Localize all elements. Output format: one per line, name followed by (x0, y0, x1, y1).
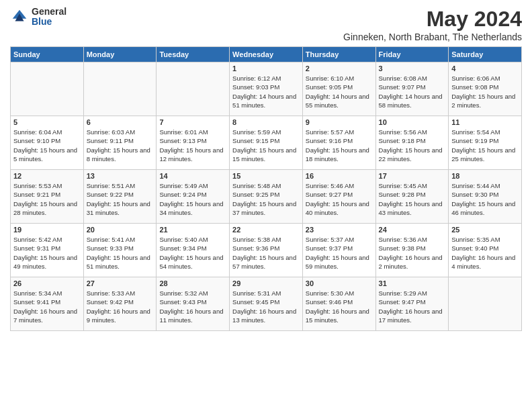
day-info-line: Sunrise: 5:56 AM (379, 128, 427, 136)
week-row-4: 19Sunrise: 5:42 AMSunset: 9:31 PMDayligh… (11, 224, 522, 277)
day-info: Sunrise: 6:04 AMSunset: 9:10 PMDaylight:… (13, 128, 81, 163)
day-info-line: Daylight: 16 hours and 13 minutes. (232, 308, 296, 324)
day-info: Sunrise: 5:29 AMSunset: 9:47 PMDaylight:… (379, 289, 446, 324)
day-info: Sunrise: 5:53 AMSunset: 9:21 PMDaylight:… (13, 181, 81, 217)
day-info-line: Sunrise: 5:37 AM (306, 236, 354, 243)
week-row-5: 26Sunrise: 5:34 AMSunset: 9:41 PMDayligh… (11, 277, 522, 331)
col-thursday: Thursday (302, 47, 375, 62)
calendar-cell: 18Sunrise: 5:44 AMSunset: 9:30 PMDayligh… (449, 170, 522, 224)
day-info: Sunrise: 5:34 AMSunset: 9:41 PMDaylight:… (13, 289, 81, 324)
location: Ginneken, North Brabant, The Netherlands (343, 32, 522, 42)
calendar-cell: 15Sunrise: 5:48 AMSunset: 9:25 PMDayligh… (230, 170, 303, 224)
calendar-cell: 28Sunrise: 5:32 AMSunset: 9:43 PMDayligh… (157, 277, 230, 331)
day-info-line: Sunset: 9:42 PM (87, 298, 134, 306)
day-info-line: Sunrise: 6:01 AM (159, 128, 208, 136)
calendar-cell: 23Sunrise: 5:37 AMSunset: 9:37 PMDayligh… (302, 224, 375, 277)
day-info-line: Sunset: 9:45 PM (232, 298, 279, 306)
day-number: 14 (159, 172, 226, 180)
day-number: 21 (159, 226, 226, 234)
day-number: 31 (379, 279, 446, 287)
day-info-line: Daylight: 15 hours and 2 minutes. (451, 93, 515, 109)
day-info-line: Daylight: 15 hours and 22 minutes. (379, 146, 443, 163)
day-info-line: Sunset: 9:07 PM (379, 83, 426, 91)
day-info-line: Sunset: 9:36 PM (232, 244, 279, 252)
calendar-cell: 19Sunrise: 5:42 AMSunset: 9:31 PMDayligh… (11, 224, 84, 277)
day-info-line: Daylight: 14 hours and 58 minutes. (379, 93, 443, 109)
calendar-cell: 29Sunrise: 5:31 AMSunset: 9:45 PMDayligh… (230, 277, 303, 331)
calendar-cell: 4Sunrise: 6:06 AMSunset: 9:08 PMDaylight… (449, 62, 522, 116)
logo-blue: Blue (32, 17, 66, 27)
day-number: 11 (451, 118, 519, 126)
day-info-line: Sunset: 9:24 PM (159, 191, 206, 198)
month-title: May 2024 (343, 7, 522, 32)
day-number: 15 (232, 172, 300, 180)
day-number: 30 (306, 279, 373, 287)
calendar-cell: 16Sunrise: 5:46 AMSunset: 9:27 PMDayligh… (302, 170, 375, 224)
calendar-cell: 5Sunrise: 6:04 AMSunset: 9:10 PMDaylight… (11, 116, 84, 170)
day-number: 18 (451, 172, 519, 180)
day-info: Sunrise: 5:49 AMSunset: 9:24 PMDaylight:… (159, 181, 226, 217)
day-info: Sunrise: 5:33 AMSunset: 9:42 PMDaylight:… (87, 289, 154, 324)
logo-icon (10, 7, 29, 26)
calendar-cell: 8Sunrise: 5:59 AMSunset: 9:15 PMDaylight… (230, 116, 303, 170)
day-info-line: Daylight: 15 hours and 25 minutes. (451, 146, 515, 163)
day-info: Sunrise: 5:59 AMSunset: 9:15 PMDaylight:… (232, 128, 300, 163)
day-info-line: Sunrise: 5:57 AM (306, 128, 354, 136)
day-info-line: Sunrise: 5:41 AM (87, 236, 135, 243)
day-info: Sunrise: 6:08 AMSunset: 9:07 PMDaylight:… (379, 74, 446, 109)
day-info: Sunrise: 5:35 AMSunset: 9:40 PMDaylight:… (451, 235, 519, 271)
day-info-line: Sunrise: 6:12 AM (232, 75, 281, 82)
col-saturday: Saturday (449, 47, 522, 62)
day-info-line: Sunrise: 5:51 AM (87, 182, 135, 189)
day-info-line: Daylight: 15 hours and 34 minutes. (159, 200, 223, 216)
logo: General Blue (10, 7, 66, 28)
day-info-line: Sunrise: 6:10 AM (306, 75, 354, 82)
day-info-line: Sunset: 9:33 PM (87, 244, 134, 252)
calendar-cell: 7Sunrise: 6:01 AMSunset: 9:13 PMDaylight… (157, 116, 230, 170)
day-info-line: Sunset: 9:30 PM (451, 191, 498, 198)
day-info: Sunrise: 5:40 AMSunset: 9:34 PMDaylight:… (159, 235, 226, 271)
day-info-line: Sunset: 9:41 PM (13, 298, 60, 306)
calendar-cell: 26Sunrise: 5:34 AMSunset: 9:41 PMDayligh… (11, 277, 84, 331)
day-info-line: Daylight: 15 hours and 15 minutes. (232, 146, 296, 163)
day-info-line: Sunset: 9:21 PM (13, 191, 60, 198)
day-info-line: Sunrise: 5:45 AM (379, 182, 427, 189)
day-number: 27 (87, 279, 154, 287)
day-info-line: Daylight: 15 hours and 18 minutes. (306, 146, 369, 163)
day-info-line: Sunset: 9:27 PM (306, 191, 353, 198)
col-sunday: Sunday (11, 47, 84, 62)
day-number: 20 (87, 226, 154, 234)
calendar-cell: 25Sunrise: 5:35 AMSunset: 9:40 PMDayligh… (449, 224, 522, 277)
day-info-line: Sunrise: 5:54 AM (451, 128, 500, 136)
day-number: 29 (232, 279, 300, 287)
day-info-line: Sunset: 9:38 PM (379, 244, 426, 252)
calendar-cell: 10Sunrise: 5:56 AMSunset: 9:18 PMDayligh… (375, 116, 449, 170)
day-number: 26 (13, 279, 81, 287)
day-info-line: Sunset: 9:43 PM (159, 298, 206, 306)
logo-general: General (32, 7, 66, 17)
day-info-line: Sunset: 9:11 PM (87, 137, 134, 144)
day-info-line: Daylight: 15 hours and 37 minutes. (232, 200, 296, 216)
day-info-line: Daylight: 15 hours and 43 minutes. (379, 200, 443, 216)
day-info-line: Sunset: 9:31 PM (13, 244, 60, 252)
day-info-line: Sunrise: 6:03 AM (87, 128, 135, 136)
day-info-line: Daylight: 15 hours and 40 minutes. (306, 200, 369, 216)
day-info: Sunrise: 5:42 AMSunset: 9:31 PMDaylight:… (13, 235, 81, 271)
day-info-line: Sunset: 9:03 PM (232, 83, 279, 91)
col-tuesday: Tuesday (157, 47, 230, 62)
day-info-line: Sunset: 9:19 PM (451, 137, 498, 144)
day-info: Sunrise: 5:31 AMSunset: 9:45 PMDaylight:… (232, 289, 300, 324)
calendar-cell: 12Sunrise: 5:53 AMSunset: 9:21 PMDayligh… (11, 170, 84, 224)
col-monday: Monday (83, 47, 157, 62)
day-info-line: Sunrise: 5:46 AM (306, 182, 354, 189)
day-info-line: Daylight: 15 hours and 46 minutes. (451, 200, 515, 216)
day-info-line: Daylight: 16 hours and 7 minutes. (13, 308, 77, 324)
day-info-line: Sunrise: 5:31 AM (232, 289, 281, 297)
day-info: Sunrise: 5:54 AMSunset: 9:19 PMDaylight:… (451, 128, 519, 163)
day-info-line: Sunrise: 5:36 AM (379, 236, 427, 243)
week-row-2: 5Sunrise: 6:04 AMSunset: 9:10 PMDaylight… (11, 116, 522, 170)
day-info: Sunrise: 5:45 AMSunset: 9:28 PMDaylight:… (379, 181, 446, 217)
day-info-line: Sunset: 9:08 PM (451, 83, 498, 91)
calendar-cell: 2Sunrise: 6:10 AMSunset: 9:05 PMDaylight… (302, 62, 375, 116)
day-number: 9 (306, 118, 373, 126)
